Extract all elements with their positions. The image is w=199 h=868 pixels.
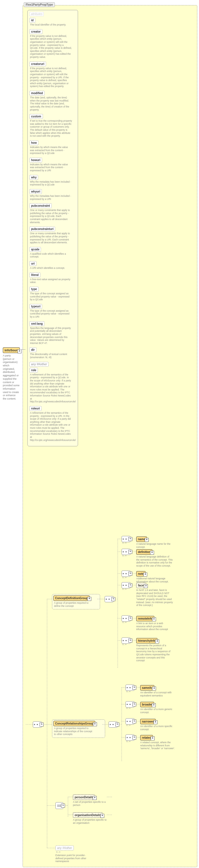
attribute-name: whyuri bbox=[29, 189, 42, 194]
attribute-item: creatoruriIf the property value is not d… bbox=[29, 62, 76, 90]
sequence-connector[interactable]: + bbox=[122, 582, 130, 588]
sequence-connector[interactable]: + bbox=[122, 536, 130, 542]
element-desc: Represents the position of a concept in … bbox=[136, 643, 173, 662]
attribute-name: creator bbox=[29, 29, 42, 34]
sequence-connector[interactable]: + bbox=[125, 685, 134, 691]
expand-icon[interactable]: + bbox=[143, 572, 147, 577]
attribute-item: pubconstraintOne or many constraints tha… bbox=[29, 203, 76, 225]
sequence-connector[interactable]: + bbox=[122, 638, 130, 644]
attribute-desc: The type of the concept assigned as cont… bbox=[29, 291, 73, 303]
element-remoteInfo: remoteInfo+A link to an item or a web re… bbox=[136, 616, 173, 631]
element-box[interactable]: organisationDetails+ bbox=[73, 812, 103, 818]
element-box[interactable]: facet+ bbox=[136, 583, 146, 588]
attribute-desc: A free-text value assigned as property v… bbox=[29, 277, 73, 285]
sequence-connector[interactable]: + bbox=[33, 721, 42, 727]
element-desc: A group of properties specific to an org… bbox=[73, 818, 110, 824]
group-concept-definition: ConceptDefinitionGroup+ A group of prope… bbox=[52, 594, 100, 610]
sequence-connector[interactable]: + bbox=[125, 735, 134, 741]
attribute-desc: Specifies the language of this property … bbox=[29, 326, 73, 346]
cardinality: 0..∞ bbox=[125, 707, 130, 710]
attribute-desc: A qualified code which identifies a conc… bbox=[29, 252, 73, 260]
element-related: related+A related concept, where the rel… bbox=[140, 735, 177, 750]
element-box[interactable]: hierarchyInfo+ bbox=[136, 638, 157, 643]
element-box[interactable]: note+ bbox=[136, 571, 146, 577]
group-label[interactable]: ConceptDefinitionGroup+ bbox=[53, 595, 90, 601]
root-desc: A party (person or organisation) which o… bbox=[3, 354, 20, 401]
attribute-desc: The type of the concept assigned as cont… bbox=[29, 309, 73, 320]
element-box[interactable]: remoteInfo+ bbox=[136, 616, 154, 621]
attribute-name: custom bbox=[29, 114, 43, 119]
element-name: name+A natural language name for the con… bbox=[136, 536, 173, 549]
attribute-name: qcode bbox=[29, 247, 41, 252]
element-desc: In NAR 1.8 and later, facet is deprecate… bbox=[136, 588, 173, 607]
expand-icon[interactable]: + bbox=[152, 617, 156, 621]
attribute-item: howuriIndicates by which means the value… bbox=[29, 158, 76, 174]
attribute-name: uri bbox=[29, 261, 36, 266]
attribute-name: role bbox=[29, 368, 38, 373]
expand-icon[interactable]: + bbox=[87, 597, 91, 601]
expand-icon[interactable]: + bbox=[152, 686, 156, 690]
element-box[interactable]: related+ bbox=[140, 735, 153, 740]
attribute-desc: A refinement of the semantics of the pro… bbox=[29, 411, 73, 443]
attribute-item: uriA URI which identifies a concept. bbox=[29, 261, 76, 271]
sequence-connector[interactable]: + bbox=[125, 718, 134, 724]
attribute-name: pubconstrainturi bbox=[29, 226, 55, 231]
cardinality: 0..∞ bbox=[122, 554, 127, 557]
attribute-name: how bbox=[29, 141, 38, 145]
sequence-connector[interactable]: + bbox=[109, 721, 118, 727]
attribute-name: dir bbox=[29, 347, 36, 352]
sequence-connector[interactable]: + bbox=[122, 615, 130, 622]
expand-icon[interactable]: + bbox=[93, 796, 97, 800]
attribute-item: typeuriThe type of the concept assigned … bbox=[29, 304, 76, 320]
choice-connector[interactable]: + bbox=[55, 802, 63, 809]
attribute-desc: If the property value is not defined, sp… bbox=[29, 66, 73, 90]
expand-icon[interactable]: + bbox=[101, 814, 104, 818]
expand-icon[interactable]: + bbox=[154, 720, 157, 724]
attribute-name: id bbox=[29, 18, 35, 23]
attribute-desc: Why the metadata has been included - exp… bbox=[29, 194, 73, 202]
expand-icon[interactable]: + bbox=[155, 640, 159, 643]
attribute-name: why bbox=[29, 175, 38, 180]
expand-icon[interactable]: + bbox=[150, 551, 154, 555]
expand-icon[interactable]: + bbox=[152, 703, 156, 707]
any-other-desc: Extension point for provider-defined pro… bbox=[55, 853, 92, 863]
cardinality: 0..∞ bbox=[122, 541, 127, 544]
attribute-desc: A refinement of the semantics of the pro… bbox=[29, 373, 73, 405]
attribute-name: typeuri bbox=[29, 304, 42, 309]
sequence-connector[interactable]: + bbox=[125, 701, 134, 708]
group-desc: A group of properites required to indica… bbox=[53, 726, 94, 737]
sequence-connector[interactable]: + bbox=[122, 549, 130, 555]
element-box[interactable]: narrower+ bbox=[140, 719, 156, 724]
attribute-item: xml:langSpecifies the language of this p… bbox=[29, 321, 76, 346]
expand-icon[interactable]: + bbox=[93, 722, 97, 726]
attribute-item: customIf set to true the corresponding p… bbox=[29, 114, 76, 139]
attribute-desc: A URI which identifies a concept. bbox=[29, 266, 73, 271]
element-hierarchyInfo: hierarchyInfo+Represents the position of… bbox=[136, 638, 173, 662]
element-desc: An identifier of a more specific concept… bbox=[140, 724, 177, 731]
root-element[interactable]: infoSource+ A party (person or organisat… bbox=[3, 347, 20, 401]
element-note: note+Additional natural language informa… bbox=[136, 571, 173, 583]
attribute-desc: One or many constraints that apply to pu… bbox=[29, 231, 73, 246]
element-box[interactable]: name+ bbox=[136, 536, 147, 542]
expand-icon[interactable]: + bbox=[151, 737, 155, 740]
expand-icon[interactable]: + bbox=[17, 349, 22, 353]
attribute-item: whyuriWhy the metadata has been included… bbox=[29, 189, 76, 202]
element-desc: An identifier of a concept with equivale… bbox=[140, 690, 177, 697]
element-box[interactable]: sameAs+ bbox=[140, 685, 154, 690]
expand-icon[interactable]: + bbox=[144, 584, 148, 588]
group-label[interactable]: ConceptRelationshipsGroup+ bbox=[53, 721, 95, 726]
attribute-name: xml:lang bbox=[29, 321, 44, 326]
element-box[interactable]: personDetails+ bbox=[73, 795, 95, 800]
attribute-item: qcodeA qualified code which identifies a… bbox=[29, 247, 76, 260]
expand-icon[interactable]: + bbox=[145, 538, 149, 542]
element-box[interactable]: definition+ bbox=[136, 549, 152, 555]
element-box[interactable]: broader+ bbox=[140, 702, 154, 707]
cardinality: 0..∞ bbox=[125, 724, 130, 726]
sequence-connector[interactable]: + bbox=[105, 596, 114, 602]
cardinality: 0..∞ bbox=[122, 588, 127, 590]
attribute-name: any ##other bbox=[29, 362, 49, 367]
sequence-connector[interactable]: + bbox=[122, 570, 130, 577]
element-desc: An identifier of a more generic concept. bbox=[140, 707, 177, 714]
attribute-name: modified bbox=[29, 91, 45, 96]
cardinality: 0..∞ bbox=[125, 690, 130, 693]
